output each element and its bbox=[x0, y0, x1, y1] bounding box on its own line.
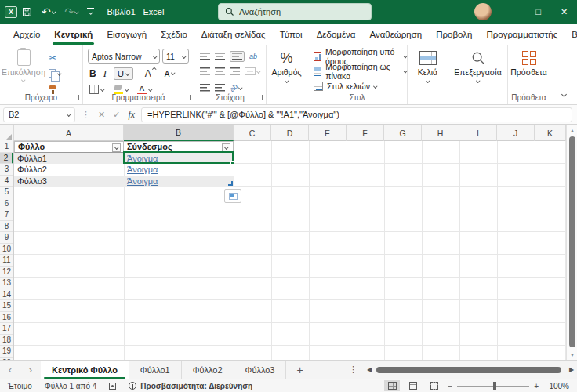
tab-view[interactable]: Προβολή bbox=[429, 24, 479, 45]
filter-button-a[interactable] bbox=[112, 143, 121, 152]
formula-input[interactable]: =HYPERLINK("#'" & [@Φύλλο] & "'!A1","Άνο… bbox=[141, 107, 572, 122]
number-format-button[interactable]: % Αριθμός bbox=[267, 51, 307, 82]
row-header-11[interactable]: 11 bbox=[0, 255, 13, 267]
borders-button[interactable] bbox=[89, 85, 104, 94]
increase-font-size-button[interactable]: A bbox=[145, 68, 151, 79]
zoom-slider[interactable]: − + bbox=[448, 382, 539, 390]
scroll-right-icon[interactable]: ▶ bbox=[566, 361, 577, 379]
fill-color-button[interactable] bbox=[114, 85, 129, 94]
underline-button[interactable]: U bbox=[114, 67, 133, 80]
vertical-scroll-thumb[interactable] bbox=[569, 136, 575, 347]
row-header-1[interactable]: 1 bbox=[0, 141, 13, 153]
vertical-scrollbar[interactable]: ▲ ▼ bbox=[566, 125, 577, 360]
column-header-e[interactable]: E bbox=[309, 125, 347, 141]
align-middle-button[interactable] bbox=[215, 53, 225, 60]
zoom-out-icon[interactable]: − bbox=[448, 382, 452, 390]
insert-function-button[interactable]: fx bbox=[128, 109, 135, 121]
new-sheet-button[interactable]: + bbox=[286, 361, 313, 379]
zoom-thumb[interactable] bbox=[493, 382, 496, 390]
column-header-j[interactable]: J bbox=[497, 125, 535, 141]
cells-area[interactable]: Φύλλο Σύνδεσμος Φύλλο1 Άνοιγμα Φύλλο2 Άν… bbox=[14, 141, 566, 360]
column-header-g[interactable]: G bbox=[384, 125, 422, 141]
row-header-14[interactable]: 14 bbox=[0, 289, 13, 301]
column-header-c[interactable]: C bbox=[234, 125, 271, 141]
collapse-ribbon-icon[interactable] bbox=[561, 92, 567, 97]
row-header-7[interactable]: 7 bbox=[0, 209, 13, 221]
page-layout-view-button[interactable] bbox=[405, 380, 421, 391]
cell-b4[interactable]: Άνοιγμα bbox=[124, 176, 234, 187]
row-header-6[interactable]: 6 bbox=[0, 198, 13, 210]
column-header-k[interactable]: K bbox=[535, 125, 566, 141]
table-resize-handle[interactable] bbox=[228, 181, 233, 186]
row-header-5[interactable]: 5 bbox=[0, 187, 13, 198]
search-box[interactable] bbox=[218, 3, 372, 20]
search-input[interactable] bbox=[239, 7, 357, 16]
row-header-10[interactable]: 10 bbox=[0, 244, 13, 256]
merge-center-button[interactable] bbox=[245, 67, 260, 75]
align-left-button[interactable] bbox=[200, 67, 210, 75]
row-header-18[interactable]: 18 bbox=[0, 335, 13, 347]
align-bottom-button[interactable] bbox=[230, 51, 245, 62]
sheet-tab-3[interactable]: Φύλλο3 bbox=[234, 361, 287, 379]
cell-a4[interactable]: Φύλλο3 bbox=[14, 176, 124, 187]
clipboard-dialog-launcher-icon[interactable] bbox=[74, 95, 79, 100]
close-button[interactable]: ✕ bbox=[551, 0, 577, 24]
sheet-nav-right-icon[interactable]: › bbox=[20, 361, 41, 379]
sheet-tab-2[interactable]: Φύλλο2 bbox=[182, 361, 234, 379]
decrease-font-size-button[interactable]: A bbox=[165, 70, 170, 78]
scroll-up-icon[interactable]: ▲ bbox=[567, 125, 577, 136]
normal-view-button[interactable] bbox=[384, 380, 400, 391]
decrease-indent-button[interactable] bbox=[200, 84, 210, 92]
tab-home[interactable]: Κεντρική bbox=[47, 24, 100, 45]
row-header-3[interactable]: 3 bbox=[0, 164, 13, 176]
redo-button[interactable]: ↷ bbox=[60, 0, 82, 24]
font-dialog-launcher-icon[interactable] bbox=[185, 95, 191, 100]
column-header-a[interactable]: A bbox=[14, 125, 124, 141]
bold-button[interactable]: B bbox=[89, 68, 96, 79]
tab-insert[interactable]: Εισαγωγή bbox=[100, 24, 154, 45]
horizontal-scrollbar[interactable]: ◀ ▶ bbox=[364, 361, 577, 379]
quick-access-toolbar-button[interactable] bbox=[82, 0, 99, 24]
enter-button[interactable]: ✓ bbox=[113, 110, 120, 120]
cut-button[interactable]: ✂ bbox=[49, 53, 56, 64]
cells-button[interactable]: Κελιά bbox=[408, 51, 448, 82]
tab-review[interactable]: Αναθεώρηση bbox=[362, 24, 429, 45]
row-header-19[interactable]: 19 bbox=[0, 346, 13, 358]
accessibility-status[interactable]: Προσβασιμότητα: Διερεύνηση bbox=[129, 382, 252, 390]
wrap-text-button[interactable]: ab bbox=[249, 53, 257, 60]
zoom-level[interactable]: 100% bbox=[544, 382, 569, 390]
addins-button[interactable]: Πρόσθετα bbox=[508, 51, 550, 77]
fill-handle[interactable] bbox=[230, 161, 234, 165]
row-header-15[interactable]: 15 bbox=[0, 300, 13, 312]
scroll-left-icon[interactable]: ◀ bbox=[364, 361, 375, 379]
minimize-button[interactable]: – bbox=[499, 0, 525, 24]
column-header-b[interactable]: B bbox=[124, 125, 234, 141]
font-size-combo[interactable]: 11 bbox=[162, 49, 189, 64]
editing-button[interactable]: Επεξεργασία bbox=[448, 51, 507, 82]
user-avatar[interactable] bbox=[474, 3, 492, 20]
paste-button[interactable]: Επικόλληση bbox=[5, 49, 42, 90]
select-all-button[interactable] bbox=[0, 125, 14, 141]
filter-button-b[interactable] bbox=[222, 143, 230, 152]
maximize-button[interactable]: □ bbox=[525, 0, 551, 24]
cell-b3[interactable]: Άνοιγμα bbox=[124, 164, 234, 176]
zoom-track[interactable] bbox=[457, 386, 529, 387]
tab-file[interactable]: Αρχείο bbox=[6, 24, 47, 45]
zoom-in-icon[interactable]: + bbox=[534, 382, 539, 390]
format-as-table-button[interactable]: Μορφοποίηση ως πίνακα bbox=[307, 64, 407, 78]
horizontal-scroll-thumb[interactable] bbox=[376, 367, 561, 373]
more-options-icon[interactable]: ⋮ bbox=[82, 110, 90, 120]
tab-draw[interactable]: Σχέδιο bbox=[154, 24, 194, 45]
sheet-more-icon[interactable]: ⋮ bbox=[349, 365, 357, 375]
font-name-combo[interactable]: Aptos Narrow bbox=[88, 49, 160, 64]
tab-data[interactable]: Δεδομένα bbox=[310, 24, 363, 45]
orientation-button[interactable]: ab bbox=[230, 84, 242, 92]
row-header-4[interactable]: 4 bbox=[0, 176, 13, 187]
align-right-button[interactable] bbox=[230, 67, 240, 75]
cancel-button[interactable]: ✕ bbox=[98, 110, 105, 120]
save-button[interactable] bbox=[17, 0, 37, 24]
cell-styles-button[interactable]: Στυλ κελιών bbox=[307, 78, 407, 93]
open-link[interactable]: Άνοιγμα bbox=[127, 176, 158, 186]
alignment-dialog-launcher-icon[interactable] bbox=[257, 95, 263, 100]
column-header-h[interactable]: H bbox=[422, 125, 459, 141]
